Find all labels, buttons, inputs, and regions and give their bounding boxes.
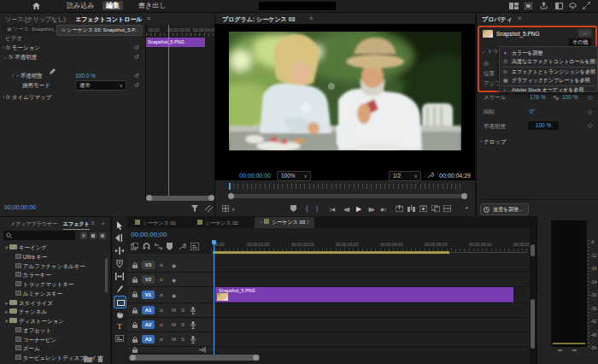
linked-selection-icon[interactable] — [155, 243, 162, 250]
settings-wrench-icon[interactable] — [427, 172, 434, 179]
tree-folder-distortion[interactable]: ▾ ディストーション — [5, 318, 104, 326]
blend-mode-dropdown[interactable]: 通常 ∨ — [75, 80, 126, 91]
fullscreen-icon[interactable] — [583, 2, 590, 9]
crop-section[interactable]: › クロップ — [480, 138, 507, 146]
tree-effect-ultra-key[interactable]: Ultra キー — [15, 254, 106, 261]
align-icon[interactable]: ◎ — [484, 60, 489, 67]
sync-lock-icon[interactable]: ⧈ — [160, 292, 163, 298]
add-marker-icon[interactable] — [290, 205, 296, 212]
tab-sequence-02[interactable]: シーケンス 02 — [192, 218, 243, 228]
mute-button[interactable]: M — [172, 322, 176, 327]
lock-icon[interactable] — [132, 347, 138, 353]
program-playhead[interactable] — [229, 183, 231, 190]
comparison-view-icon[interactable] — [431, 205, 440, 212]
button-editor-add[interactable]: + — [465, 204, 469, 212]
adjust-speed-button[interactable]: 速度を調整... — [480, 203, 529, 215]
tree-folder-channel[interactable]: ▸ チャンネル — [5, 308, 104, 316]
quick-export-icon[interactable] — [540, 2, 548, 9]
keyframe-toggle-icon[interactable]: ◇ — [588, 109, 592, 115]
play-button[interactable]: ▶ — [356, 205, 361, 213]
opacity-value[interactable]: 100.0 % — [75, 73, 96, 79]
panel-menu-icon[interactable]: ≡ — [147, 15, 150, 21]
collapse-arrow-icon[interactable]: › — [3, 94, 4, 100]
yuv-badge-icon[interactable] — [99, 232, 106, 239]
track-select-forward-tool[interactable] — [115, 234, 124, 242]
tree-effect-track-matte-key[interactable]: トラックマットキー — [15, 281, 106, 289]
toggle-track-output-eye-icon[interactable]: ◉ — [172, 262, 176, 268]
tree-effect-zoom[interactable]: ズーム — [15, 345, 106, 353]
tree-folder-stylize[interactable]: ▸ スタイライズ — [5, 300, 104, 308]
razor-tool[interactable] — [116, 260, 123, 267]
lock-icon[interactable] — [132, 337, 138, 343]
tab-source-monitor[interactable]: ソース:(クリップなし) — [5, 15, 66, 24]
menu-item-browse-effects[interactable]: fxエフェクトとトランジションを参照 — [500, 68, 597, 76]
row-opacity-property[interactable]: › ◔ 不透明度 — [12, 73, 43, 80]
sync-lock-icon[interactable]: ⧈ — [160, 308, 163, 314]
row-opacity-group[interactable]: ⌄ fx 不透明度 — [3, 54, 37, 62]
lift-icon[interactable] — [396, 205, 403, 212]
timeline-playhead[interactable] — [214, 241, 214, 355]
tab-sequence-01[interactable]: シーケンス 01 — [130, 218, 181, 228]
toggle-track-output-eye-icon[interactable]: ◉ — [172, 292, 176, 298]
sync-lock-icon[interactable]: ⧈ — [160, 277, 163, 283]
tab-media-browser[interactable]: メディアブラウザー — [10, 220, 57, 228]
stopwatch-icon[interactable]: ◔ — [15, 73, 19, 79]
multi-view-icon[interactable] — [443, 205, 451, 212]
notifications-icon[interactable] — [569, 2, 577, 9]
program-mini-ruler[interactable] — [229, 184, 465, 189]
sync-lock-icon[interactable]: ⧈ — [160, 322, 163, 328]
captions-icon[interactable] — [191, 243, 199, 250]
lock-icon[interactable] — [132, 291, 138, 297]
tab-import[interactable]: 読み込み — [67, 2, 94, 10]
add-marker-icon[interactable] — [167, 243, 173, 250]
solo-button[interactable]: S — [181, 322, 185, 327]
row-time-remapping[interactable]: › fx タイムリマップ — [3, 94, 51, 102]
lock-icon[interactable] — [132, 262, 138, 268]
ripple-edit-tool[interactable] — [115, 247, 124, 255]
audio-meter-display[interactable] — [551, 220, 587, 347]
snap-icon[interactable] — [143, 243, 150, 250]
rectangle-tool[interactable] — [114, 296, 126, 308]
panel-menu-icon[interactable]: ≡ — [518, 15, 521, 21]
timeline-ruler[interactable]: 00;00 00;00;01;00 00;00;02;00 00;00;03;0… — [211, 240, 530, 254]
tab-edit[interactable]: 編集 — [103, 1, 123, 10]
scale-linked-value[interactable]: 100 % — [562, 94, 577, 100]
32bit-badge-icon[interactable] — [90, 232, 97, 239]
effect-controls-mini-timeline[interactable]: 00;00 00;00;02;00 00;00;04;00 Snapshot_5… — [146, 25, 214, 201]
subtab-sequence-clip[interactable]: fx シーケンス 03: Snapshot_5.P.. — [56, 25, 143, 36]
playback-resolution-dropdown[interactable]: 1/2 ∨ — [389, 171, 421, 181]
chevron-down-icon[interactable]: ∨ — [232, 206, 235, 212]
reset-icon[interactable]: ↺ — [134, 54, 139, 61]
caption-tool[interactable] — [115, 335, 124, 342]
step-forward-button[interactable]: ▮▶ — [368, 206, 375, 212]
collapse-arrow-icon[interactable]: › — [3, 44, 4, 50]
filter-funnel-icon[interactable] — [191, 205, 198, 212]
timeline-h-scrollbar[interactable] — [129, 355, 528, 361]
solo-button[interactable]: S — [181, 308, 185, 313]
track-target-v3[interactable]: V3 — [142, 261, 155, 269]
lock-icon[interactable] — [132, 322, 138, 328]
step-back-button[interactable]: ◀▮ — [343, 206, 350, 212]
timeline-v-scrollbar[interactable] — [530, 242, 536, 353]
tree-effect-color-key[interactable]: カラーキー — [15, 272, 106, 279]
workspace-icon[interactable] — [509, 3, 519, 9]
new-folder-icon[interactable] — [84, 355, 92, 362]
end-icon[interactable] — [199, 347, 206, 353]
link-icon[interactable] — [553, 95, 560, 101]
lock-icon[interactable] — [132, 308, 138, 314]
effects-scrollbar[interactable] — [105, 258, 108, 292]
menu-item-browse-graphic-templates[interactable]: ▦グラフィックテンプレートを参照 — [500, 76, 597, 85]
scale-value[interactable]: 176 % — [530, 94, 545, 100]
track-target-a2[interactable]: A2 — [142, 320, 155, 329]
tree-effect-alpha-channel-key[interactable]: アルファチャンネルキー — [15, 263, 106, 271]
timeline-timecode[interactable]: 00;00;00;00 — [131, 231, 167, 238]
export-frame-icon[interactable] — [419, 205, 427, 212]
mini-timeline-clip[interactable]: Snapshot_5.PNG — [146, 38, 205, 47]
pen-tool[interactable] — [116, 285, 123, 294]
track-target-v1[interactable]: V1 — [142, 291, 155, 299]
toggle-track-output-eye-icon[interactable]: ◉ — [172, 277, 176, 283]
panel-menu-icon[interactable]: ≡ — [91, 220, 95, 226]
go-to-out-button[interactable]: ▶| — [381, 206, 386, 212]
keyframe-write-icon[interactable] — [205, 205, 213, 212]
monitor-settings-icon[interactable] — [222, 205, 229, 212]
